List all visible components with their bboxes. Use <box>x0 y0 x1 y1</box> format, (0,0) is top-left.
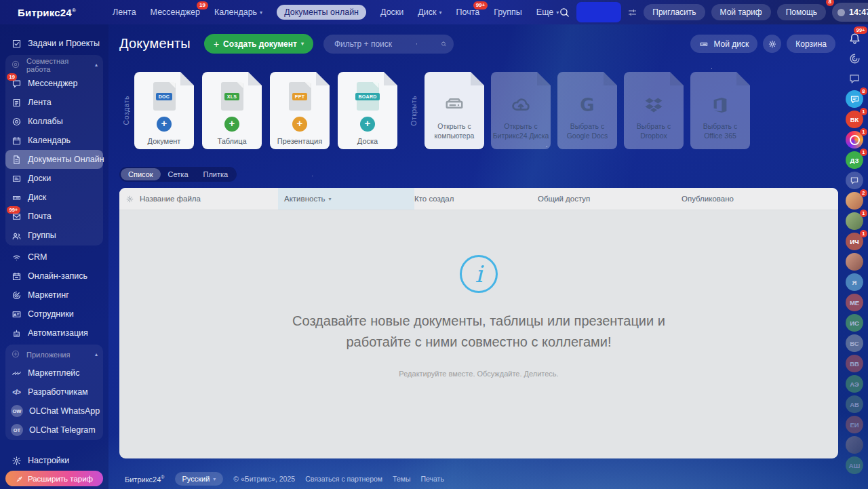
helpdesk-spiral-icon[interactable] <box>846 50 863 67</box>
contact-initials[interactable]: АВ <box>846 395 863 413</box>
vk-channel-icon[interactable]: ВК1 <box>846 111 863 128</box>
my-disk-button[interactable]: Мой диск <box>690 35 757 53</box>
mail-badge: 99+ <box>473 1 488 9</box>
column-header-published[interactable]: Опубликовано <box>682 188 838 210</box>
sidebar-item-marketplace[interactable]: Маркетплейс <box>5 364 103 383</box>
filter-search-input[interactable] <box>323 35 454 54</box>
footer-themes-link[interactable]: Темы <box>393 475 410 483</box>
footer-contact-partner-link[interactable]: Связаться с партнером <box>305 475 382 483</box>
nav-messenger[interactable]: Мессенджер19 <box>151 7 200 17</box>
contact-initials[interactable]: Я <box>846 273 863 291</box>
contact-avatar[interactable]: 1 <box>846 212 863 230</box>
search-icon[interactable] <box>559 7 570 18</box>
sidebar-item-online-booking[interactable]: Онлайн-запись <box>5 267 103 286</box>
sidebar-item-boards[interactable]: Доски <box>5 169 103 188</box>
column-header-shared-access[interactable]: Общий доступ <box>538 188 682 210</box>
sidebar-item-marketing[interactable]: Маркетинг <box>5 286 103 305</box>
create-board-card[interactable]: BOARD + Доска <box>338 72 397 149</box>
dz-channel-icon[interactable]: ДЗ1 <box>846 151 863 169</box>
choose-from-office365-card[interactable]: Выбрать с Office 365 <box>690 72 750 149</box>
sidebar-item-employees[interactable]: Сотрудники <box>5 305 103 324</box>
contact-initials[interactable]: ЕИ <box>846 416 863 433</box>
sidebar-item-groups[interactable]: Группы <box>5 226 103 245</box>
contact-avatar[interactable] <box>846 253 863 271</box>
contact-initials[interactable]: МЕ <box>846 294 863 311</box>
nav-groups[interactable]: Группы <box>494 7 522 17</box>
clock-profile-widget[interactable]: 14:47 <box>832 3 868 22</box>
contact-initials[interactable]: ВС <box>846 334 863 352</box>
nav-mail[interactable]: Почта99+ <box>456 7 479 17</box>
trash-button[interactable]: Корзина <box>787 35 835 53</box>
open-from-bitrix-disk-card[interactable]: Открыть с Битрикс24.Диска <box>491 72 551 149</box>
documents-header: Документы + Создать документ ▾ <box>119 34 454 54</box>
contact-initials[interactable]: ИЧ1 <box>846 233 863 250</box>
empty-state-title: Создавайте новые документы, таблицы или … <box>262 311 696 353</box>
sidebar-item-disk[interactable]: Диск <box>5 188 103 207</box>
help-button[interactable]: Помощь8 <box>777 4 826 20</box>
choose-from-google-docs-card[interactable]: G Выбрать с Google Docs <box>557 72 617 149</box>
table-header: Название файла Активность▾ Кто создал Об… <box>119 188 838 210</box>
sidebar-item-collabs[interactable]: Коллабы <box>5 112 103 131</box>
create-document-card[interactable]: DOC + Документ <box>134 72 194 149</box>
language-selector[interactable]: Русский▾ <box>175 472 224 486</box>
contact-initials[interactable]: АШ <box>846 456 863 474</box>
collabs-icon <box>11 116 22 127</box>
view-tab-tiles[interactable]: Плитка <box>196 168 236 180</box>
sidebar-item-calendar[interactable]: Календарь <box>5 131 103 150</box>
create-document-button[interactable]: + Создать документ ▾ <box>204 34 313 54</box>
sidebar-item-crm[interactable]: CRM <box>5 248 103 267</box>
nav-more[interactable]: Еще▾ <box>536 7 559 17</box>
contact-initials[interactable]: ВВ <box>846 355 863 372</box>
nav-disk[interactable]: Диск▾ <box>418 7 441 17</box>
settings-gear-button[interactable] <box>763 35 781 53</box>
nav-calendar[interactable]: Календарь▾ <box>214 7 262 17</box>
sidebar-item-settings[interactable]: Настройки <box>5 451 103 470</box>
sidebar-item-olchat-telegram[interactable]: OT OLChat Telegram <box>5 420 103 439</box>
footer-print-link[interactable]: Печать <box>421 475 444 483</box>
sidebar-item-automation[interactable]: Автоматизация <box>5 324 103 343</box>
upgrade-plan-button[interactable]: Расширить тариф <box>5 471 103 486</box>
filter-search-field[interactable] <box>333 39 441 50</box>
nav-documents-online[interactable]: Документы онлайн <box>277 5 366 20</box>
open-from-computer-card[interactable]: Открыть с компьютера <box>425 72 484 149</box>
sidebar-item-tasks[interactable]: Задачи и Проекты <box>5 34 103 53</box>
contact-initials[interactable]: ИС <box>846 314 863 332</box>
sidebar-item-documents-online[interactable]: Документы Онлайн <box>5 150 103 169</box>
collaboration-icon <box>11 60 20 71</box>
sidebar-item-messenger[interactable]: 19 Мессенджер <box>5 74 103 93</box>
chat-bubble-icon[interactable] <box>846 70 863 87</box>
notifications-bell-icon[interactable]: 99+ <box>846 29 863 47</box>
create-spreadsheet-card[interactable]: XLS + Таблица <box>202 72 262 149</box>
sidebar-section-apps[interactable]: Приложения ▴ <box>5 345 103 364</box>
sidebar-item-developers[interactable]: </> Разработчикам <box>5 383 103 402</box>
sidebar-item-olchat-whatsapp[interactable]: OW OLChat WhatsApp <box>5 402 103 420</box>
my-plan-button[interactable]: Мой тариф <box>711 4 771 20</box>
view-tab-list[interactable]: Список <box>121 168 161 180</box>
contact-initials[interactable]: АЭ <box>846 375 863 393</box>
nav-feed[interactable]: Лента <box>113 7 136 17</box>
column-header-creator[interactable]: Кто создал <box>414 188 538 210</box>
footer-brand[interactable]: Битрикс24® <box>125 475 165 484</box>
contact-avatar[interactable]: 2 <box>846 192 863 210</box>
empty-state: i Создавайте новые документы, таблицы ил… <box>119 210 838 378</box>
column-header-filename[interactable]: Название файла <box>140 188 278 210</box>
invite-button[interactable]: Пригласить <box>644 4 705 20</box>
chat-bubble-faded-icon[interactable] <box>846 172 863 189</box>
search-highlight-box[interactable] <box>576 2 621 22</box>
sidebar-item-mail[interactable]: 99+ Почта <box>5 207 103 226</box>
sidebar-item-feed[interactable]: Лента <box>5 93 103 112</box>
chevron-down-icon: ▾ <box>556 9 559 16</box>
view-tab-grid[interactable]: Сетка <box>161 168 196 180</box>
live-chat-widget[interactable]: 8 <box>846 90 863 108</box>
choose-from-dropbox-card[interactable]: Выбрать с Dropbox <box>624 72 684 149</box>
filter-sliders-icon[interactable] <box>627 7 637 18</box>
create-presentation-card[interactable]: PPT + Презентация <box>270 72 330 149</box>
instagram-channel-icon[interactable]: 1 <box>846 131 863 149</box>
table-settings-gear-icon[interactable] <box>119 188 140 210</box>
column-header-activity[interactable]: Активность▾ <box>278 188 414 210</box>
sidebar-section-collaboration[interactable]: Совместная работа ▴ <box>5 56 103 74</box>
contact-avatar[interactable] <box>846 436 863 454</box>
nav-boards[interactable]: Доски <box>380 7 403 17</box>
app-logo[interactable]: Битрикс24® <box>18 7 76 18</box>
marketplace-icon <box>11 368 22 378</box>
